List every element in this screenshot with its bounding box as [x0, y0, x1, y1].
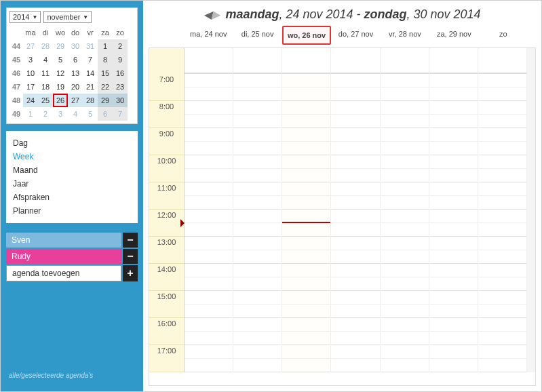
allday-cell[interactable]	[233, 48, 282, 74]
minical-day[interactable]: 28	[38, 39, 53, 53]
minical-day[interactable]: 1	[23, 107, 38, 121]
day-column[interactable]	[381, 74, 429, 372]
minical-day[interactable]: 2	[38, 107, 53, 121]
title-start-date: , 24 nov 2014 -	[279, 7, 364, 21]
month-select[interactable]: november ▼	[43, 11, 92, 23]
minical-day[interactable]: 27	[68, 94, 83, 107]
add-agenda-button[interactable]: +	[123, 265, 138, 281]
day-column[interactable]	[331, 74, 380, 372]
agenda-chip-rudy[interactable]: Rudy	[6, 249, 121, 264]
minical-day[interactable]: 12	[53, 66, 68, 80]
minical-day[interactable]: 3	[53, 107, 68, 121]
minical-day[interactable]: 27	[23, 39, 38, 53]
minical-day[interactable]: 7	[83, 53, 98, 66]
day-column[interactable]	[185, 74, 233, 372]
minical-day[interactable]: 3	[23, 53, 38, 66]
allday-cell[interactable]	[381, 48, 429, 74]
minical-day[interactable]: 17	[23, 80, 38, 94]
allday-cell[interactable]	[331, 48, 380, 74]
add-agenda-input[interactable]: agenda toevoegen	[6, 265, 121, 281]
allday-cell[interactable]	[478, 48, 527, 74]
now-marker	[282, 222, 330, 223]
sidebar: 2014 ▼ november ▼ madiwodovrzazo44272829…	[1, 1, 143, 391]
minical-day[interactable]: 14	[83, 66, 98, 80]
year-select[interactable]: 2014 ▼	[9, 11, 41, 23]
minical-day[interactable]: 20	[68, 80, 83, 94]
minical-week-number: 44	[9, 39, 23, 53]
minical-day[interactable]: 30	[113, 94, 128, 107]
allday-cell[interactable]	[185, 48, 233, 74]
main-area: ◀ ▶ maandag, 24 nov 2014 - zondag, 30 no…	[143, 1, 541, 391]
remove-agenda-button[interactable]: −	[123, 249, 138, 264]
minical-day[interactable]: 9	[113, 53, 128, 66]
minical-day[interactable]: 8	[98, 53, 113, 66]
day-header[interactable]: vr, 28 nov	[381, 26, 429, 45]
minical-day[interactable]: 1	[98, 39, 113, 53]
agenda-chip-sven[interactable]: Sven	[6, 233, 121, 248]
minical-day[interactable]: 7	[113, 107, 128, 121]
allday-cell[interactable]	[429, 48, 478, 74]
view-item-planner[interactable]: Planner	[13, 204, 131, 218]
day-column[interactable]	[233, 74, 282, 372]
view-item-maand[interactable]: Maand	[13, 163, 131, 177]
time-label: 14:00	[149, 264, 184, 291]
minical-day[interactable]: 5	[83, 107, 98, 121]
time-column: 7:008:009:0010:0011:0012:0013:0014:0015:…	[149, 74, 185, 372]
time-label: 16:00	[149, 318, 184, 345]
view-item-jaar[interactable]: Jaar	[13, 177, 131, 191]
day-header[interactable]: do, 27 nov	[331, 26, 380, 45]
minical-day[interactable]: 6	[98, 107, 113, 121]
view-item-afspraken[interactable]: Afspraken	[13, 191, 131, 204]
minical-day[interactable]: 23	[113, 80, 128, 94]
minical-day[interactable]: 15	[98, 66, 113, 80]
view-item-dag[interactable]: Dag	[13, 136, 131, 150]
minical-day[interactable]: 24	[23, 94, 38, 107]
week-title: ◀ ▶ maandag, 24 nov 2014 - zondag, 30 no…	[143, 1, 541, 26]
day-header[interactable]: zo	[479, 26, 528, 45]
minical-day[interactable]: 10	[23, 66, 38, 80]
next-week-button[interactable]: ▶	[212, 8, 220, 21]
sidebar-footer-link[interactable]: alle/geselecteerde agenda's	[6, 366, 138, 385]
scrollbar[interactable]	[527, 74, 535, 372]
minical-day-header: za	[98, 26, 113, 39]
minical-day[interactable]: 28	[83, 94, 98, 107]
time-label: 17:00	[149, 345, 184, 372]
minical-day[interactable]: 4	[38, 53, 53, 66]
minical-day[interactable]: 18	[38, 80, 53, 94]
minical-day[interactable]: 25	[38, 94, 53, 107]
minical-day[interactable]: 31	[83, 39, 98, 53]
day-column[interactable]	[429, 74, 478, 372]
week-grid[interactable]: 7:008:009:0010:0011:0012:0013:0014:0015:…	[149, 47, 536, 386]
minical-day-header: do	[68, 26, 83, 39]
minical-day[interactable]: 16	[113, 66, 128, 80]
minical-day[interactable]: 30	[68, 39, 83, 53]
allday-cell[interactable]	[282, 48, 331, 74]
day-header[interactable]: di, 25 nov	[233, 26, 282, 45]
minical-day[interactable]: 11	[38, 66, 53, 80]
minical-day[interactable]: 29	[98, 94, 113, 107]
minical-day[interactable]: 6	[68, 53, 83, 66]
view-item-week[interactable]: Week	[13, 150, 131, 163]
minical-day[interactable]: 21	[83, 80, 98, 94]
dropdown-icon: ▼	[83, 14, 88, 20]
minical-day[interactable]: 22	[98, 80, 113, 94]
dropdown-icon: ▼	[32, 14, 37, 20]
minical-day[interactable]: 19	[53, 80, 68, 94]
day-header[interactable]: wo, 26 nov	[282, 26, 331, 45]
day-header[interactable]: ma, 24 nov	[184, 26, 233, 45]
day-column[interactable]	[478, 74, 527, 372]
month-value: november	[47, 13, 80, 21]
remove-agenda-button[interactable]: −	[123, 233, 138, 248]
minical-day[interactable]: 2	[113, 39, 128, 53]
minical-day[interactable]: 26	[53, 94, 68, 107]
day-header[interactable]: za, 29 nov	[429, 26, 478, 45]
minical-day-header: vr	[83, 26, 98, 39]
minical-day[interactable]: 4	[68, 107, 83, 121]
minical-day[interactable]: 5	[53, 53, 68, 66]
minical-day[interactable]: 13	[68, 66, 83, 80]
prev-week-button[interactable]: ◀	[204, 8, 212, 21]
title-start-day: maandag	[225, 7, 279, 21]
day-column[interactable]	[282, 74, 331, 372]
time-label: 12:00	[149, 210, 184, 237]
minical-day[interactable]: 29	[53, 39, 68, 53]
